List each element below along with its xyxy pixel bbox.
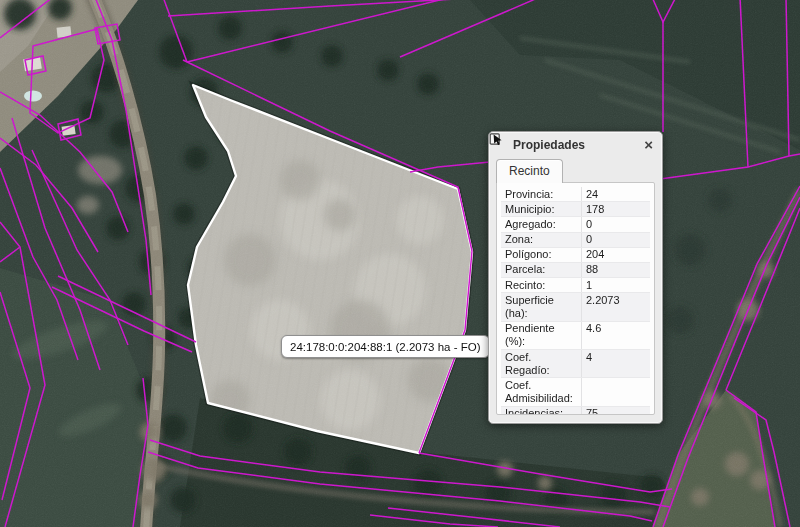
properties-panel: Propiedades × Recinto Provincia:24 Munic… xyxy=(488,131,663,424)
table-row: Coef. Admisibilidad: xyxy=(501,378,650,406)
field-value: 0 xyxy=(581,217,650,232)
field-value: 178 xyxy=(581,202,650,217)
field-label: Parcela: xyxy=(501,262,581,277)
table-row: Coef. Regadío:4 xyxy=(501,350,650,378)
field-label: Municipio: xyxy=(501,202,581,217)
table-row: Recinto:1 xyxy=(501,278,650,293)
field-value: 4 xyxy=(581,350,650,378)
field-label: Coef. Admisibilidad: xyxy=(501,378,581,406)
field-label: Superficie (ha): xyxy=(501,293,581,321)
parcel-info-label: 24:178:0:0:204:88:1 (2.2073 ha - FO) xyxy=(281,335,490,358)
field-label: Pendiente (%): xyxy=(501,321,581,349)
field-value: 204 xyxy=(581,247,650,262)
field-label: Agregado: xyxy=(501,217,581,232)
field-value: 88 xyxy=(581,262,650,277)
table-row: Zona:0 xyxy=(501,232,650,247)
tab-content: Provincia:24 Municipio:178 Agregado:0 Zo… xyxy=(496,182,655,415)
tab-recinto[interactable]: Recinto xyxy=(496,159,563,183)
field-label: Provincia: xyxy=(501,187,581,202)
close-icon[interactable]: × xyxy=(643,137,654,152)
table-row: Polígono:204 xyxy=(501,247,650,262)
table-row: Superficie (ha):2.2073 xyxy=(501,293,650,321)
field-value: 24 xyxy=(581,187,650,202)
field-label: Zona: xyxy=(501,232,581,247)
satellite-map[interactable] xyxy=(0,0,800,527)
table-row: Pendiente (%):4.6 xyxy=(501,321,650,349)
field-value: 75 xyxy=(581,406,650,415)
panel-titlebar[interactable]: Propiedades × xyxy=(489,132,662,157)
field-value xyxy=(581,378,650,406)
table-row: Municipio:178 xyxy=(501,202,650,217)
field-value: 4.6 xyxy=(581,321,650,349)
map-viewport[interactable]: 24:178:0:0:204:88:1 (2.2073 ha - FO) Pro… xyxy=(0,0,800,527)
table-row: Parcela:88 xyxy=(501,262,650,277)
tab-strip: Recinto xyxy=(489,157,662,182)
table-row: Provincia:24 xyxy=(501,187,650,202)
field-label: Recinto: xyxy=(501,278,581,293)
properties-cursor-icon xyxy=(495,138,509,152)
field-value: 1 xyxy=(581,278,650,293)
field-value: 2.2073 xyxy=(581,293,650,321)
field-label: Incidencias: xyxy=(501,406,581,415)
field-label: Coef. Regadío: xyxy=(501,350,581,378)
field-value: 0 xyxy=(581,232,650,247)
photo-grain-overlay xyxy=(0,0,800,527)
table-row: Incidencias:75 xyxy=(501,406,650,415)
properties-table: Provincia:24 Municipio:178 Agregado:0 Zo… xyxy=(501,187,650,415)
field-label: Polígono: xyxy=(501,247,581,262)
table-row: Agregado:0 xyxy=(501,217,650,232)
panel-title: Propiedades xyxy=(513,138,639,152)
